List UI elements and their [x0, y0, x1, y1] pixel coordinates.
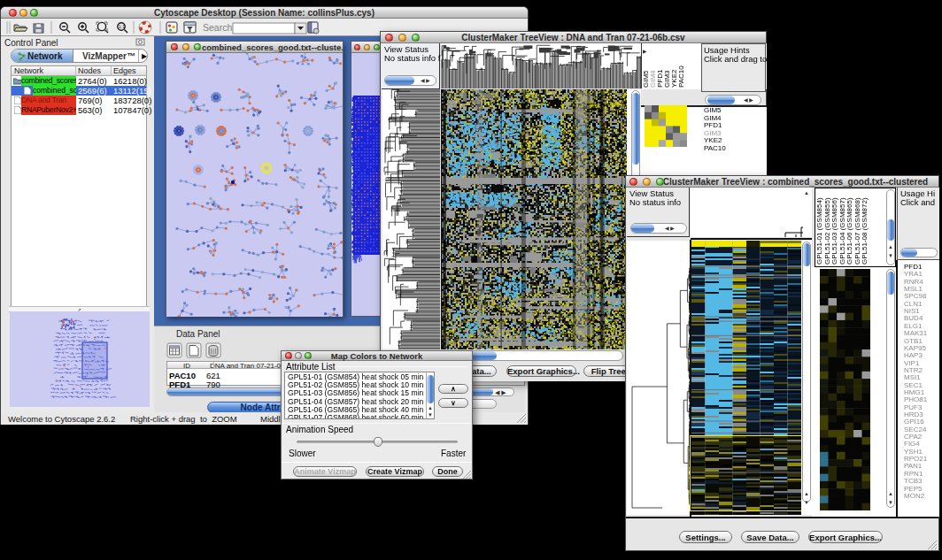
svg-text:Search:: Search: — [203, 22, 235, 33]
svg-text:1:1: 1:1 — [119, 24, 125, 29]
